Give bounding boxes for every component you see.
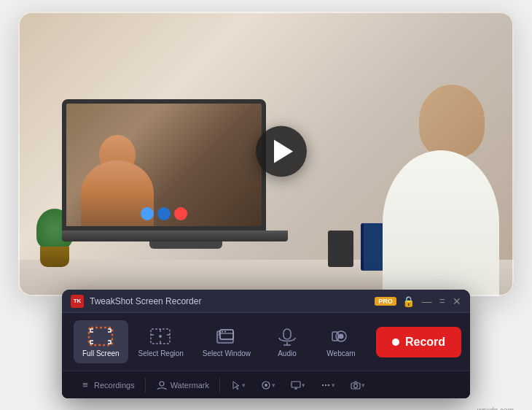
- watermark-btn[interactable]: Watermark: [150, 376, 215, 394]
- select-region-label: Select Region: [138, 349, 184, 357]
- svg-rect-15: [283, 329, 291, 339]
- capture-modes: Full Screen Select Regio: [74, 320, 367, 363]
- mode-select-region[interactable]: Select Region: [130, 320, 192, 363]
- toolbar-bottom: ≡ Recordings Watermark: [62, 371, 470, 398]
- svg-point-13: [222, 331, 223, 333]
- play-button[interactable]: [256, 126, 307, 177]
- cursor-icon: [230, 379, 242, 391]
- mode-audio[interactable]: Audio: [261, 320, 313, 363]
- svg-point-22: [160, 382, 164, 386]
- record-label: Record: [405, 336, 445, 349]
- pro-badge: PRO: [375, 297, 396, 306]
- divider-1: [145, 378, 146, 392]
- record-button[interactable]: Record: [376, 327, 461, 357]
- hero-image: [18, 12, 514, 296]
- laptop-stand: [149, 241, 222, 249]
- record-dot: [392, 339, 399, 346]
- watermark-text: wsxdn.com: [477, 406, 514, 410]
- svg-point-6: [159, 335, 162, 338]
- titlebar-actions: 🔒 — = ✕: [402, 296, 461, 306]
- recordings-label: Recordings: [94, 381, 135, 390]
- divider-2: [219, 378, 220, 392]
- app-title: TweakShot Screen Recorder: [90, 296, 366, 306]
- more-icon: [320, 379, 332, 391]
- more-dropdown: ▾: [332, 382, 335, 389]
- svg-point-32: [354, 384, 358, 387]
- svg-point-30: [328, 384, 329, 385]
- svg-point-14: [224, 331, 226, 333]
- display-btn[interactable]: ▾: [284, 376, 311, 394]
- select-window-icon: [214, 326, 240, 347]
- webcam-icon: [328, 326, 354, 347]
- video-btn-3: [174, 207, 187, 220]
- recordings-icon: ≡: [79, 379, 91, 391]
- app-container: TK TweakShot Screen Recorder PRO 🔒 — = ✕: [11, 12, 521, 398]
- viewer-person: [368, 63, 514, 296]
- audio-label: Audio: [278, 349, 297, 357]
- fullscreen-label: Full Screen: [82, 349, 120, 357]
- display-icon: [290, 379, 302, 391]
- video-toolbar: [141, 207, 187, 220]
- video-btn-1: [141, 207, 154, 220]
- display-dropdown: ▾: [302, 382, 305, 389]
- svg-rect-0: [89, 328, 112, 345]
- minimize-button[interactable]: —: [422, 296, 432, 306]
- background-scene: [18, 12, 514, 296]
- mode-webcam[interactable]: Webcam: [315, 320, 367, 363]
- video-btn-2: [157, 207, 171, 220]
- camera-dropdown: ▾: [361, 382, 365, 389]
- laptop: [62, 99, 310, 274]
- pencil-cup: [328, 231, 353, 267]
- audio-icon: [274, 326, 300, 347]
- mode-select-window[interactable]: Select Window: [194, 320, 259, 363]
- toolbar-titlebar: TK TweakShot Screen Recorder PRO 🔒 — = ✕: [62, 290, 470, 313]
- camera-btn[interactable]: ▾: [344, 376, 371, 394]
- tweakshot-toolbar: TK TweakShot Screen Recorder PRO 🔒 — = ✕: [62, 290, 470, 398]
- laptop-base: [62, 231, 288, 241]
- svg-point-28: [322, 384, 324, 385]
- svg-point-24: [265, 384, 267, 387]
- app-icon: TK: [71, 295, 84, 308]
- laptop-screen: [62, 99, 266, 231]
- audio-dropdown: ▾: [272, 382, 275, 389]
- cursor-dropdown: ▾: [242, 382, 246, 389]
- camera-icon: [350, 379, 361, 391]
- watermark-label: Watermark: [171, 381, 209, 390]
- svg-rect-25: [292, 382, 300, 387]
- select-region-icon: [148, 326, 174, 347]
- play-icon: [274, 140, 293, 163]
- toolbar-main: Full Screen Select Regio: [62, 313, 470, 371]
- audio-settings-btn[interactable]: ▾: [254, 376, 281, 394]
- mode-fullscreen[interactable]: Full Screen: [74, 320, 128, 363]
- close-button[interactable]: ✕: [453, 296, 461, 306]
- recordings-btn[interactable]: ≡ Recordings: [74, 376, 141, 394]
- svg-point-29: [325, 384, 326, 385]
- watermark-icon: [156, 379, 168, 391]
- cursor-btn[interactable]: ▾: [224, 376, 251, 394]
- select-window-label: Select Window: [203, 349, 251, 357]
- maximize-button[interactable]: =: [439, 296, 445, 306]
- audio-settings-icon: [260, 379, 272, 391]
- fullscreen-icon: [87, 326, 114, 347]
- more-btn[interactable]: ▾: [314, 376, 341, 394]
- webcam-label: Webcam: [326, 349, 355, 357]
- lock-icon[interactable]: 🔒: [402, 296, 415, 306]
